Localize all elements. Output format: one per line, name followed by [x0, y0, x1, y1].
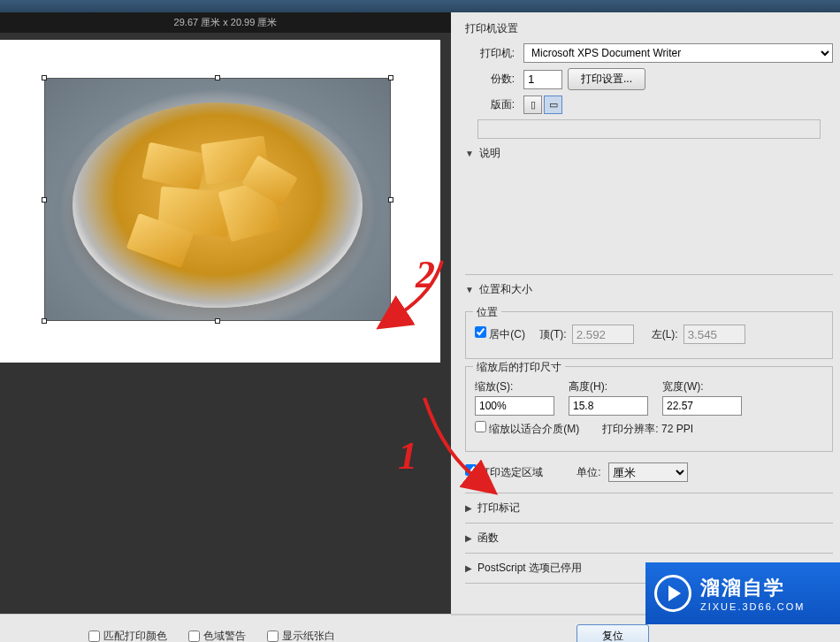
top-label: 顶(T):	[539, 327, 567, 342]
print-preview-canvas[interactable]	[0, 40, 440, 363]
reset-button[interactable]: 复位	[577, 624, 649, 642]
chevron-right-icon	[465, 563, 472, 573]
annotation-number-1: 1	[398, 433, 417, 478]
logo-main-text: 溜溜自学	[700, 575, 805, 601]
match-colors-checkbox[interactable]	[88, 631, 100, 642]
description-area	[465, 168, 833, 274]
orientation-group: ▯ ▭	[523, 96, 562, 114]
match-colors-label[interactable]: 匹配打印颜色	[88, 629, 167, 643]
resize-handle[interactable]	[388, 318, 393, 324]
preview-image	[45, 79, 390, 320]
left-input	[683, 325, 745, 344]
fit-media-label[interactable]: 缩放以适合介质(M)	[475, 421, 579, 437]
show-paper-white-checkbox[interactable]	[267, 631, 279, 642]
print-marks-label: 打印标记	[477, 501, 520, 516]
fit-media-checkbox[interactable]	[475, 421, 486, 432]
logo-sub-text: ZIXUE.3D66.COM	[700, 601, 805, 612]
functions-row[interactable]: 函数	[465, 523, 833, 553]
top-input	[572, 325, 634, 344]
width-label: 宽度(W):	[662, 379, 742, 394]
resize-handle[interactable]	[42, 318, 47, 324]
chevron-down-icon	[465, 149, 474, 158]
print-resolution-label: 打印分辨率: 72 PPI	[602, 422, 693, 437]
layout-label: 版面:	[465, 97, 518, 112]
functions-label: 函数	[477, 531, 499, 546]
left-label: 左(L):	[652, 327, 678, 342]
center-checkbox[interactable]	[475, 326, 486, 338]
show-paper-white-label[interactable]: 显示纸张白	[267, 629, 335, 643]
resize-handle[interactable]	[388, 197, 393, 203]
scaled-size-fieldset: 缩放后的打印尺寸 缩放(S): 高度(H): 宽度(W): 缩放	[465, 366, 833, 452]
canvas-dimensions-label: 29.67 厘米 x 20.99 厘米	[0, 12, 451, 33]
print-marks-row[interactable]: 打印标记	[465, 493, 833, 523]
height-input[interactable]	[569, 396, 648, 416]
width-input[interactable]	[662, 396, 742, 416]
resize-handle[interactable]	[42, 197, 47, 203]
position-legend: 位置	[473, 305, 501, 320]
center-checkbox-label[interactable]: 居中(C)	[475, 326, 525, 342]
resize-handle[interactable]	[215, 318, 220, 324]
annotation-number-2: 2	[416, 252, 435, 297]
position-fieldset: 位置 居中(C) 顶(T): 左(L):	[465, 311, 833, 359]
settings-pane: 打印机设置 打印机: Microsoft XPS Document Writer…	[451, 12, 840, 614]
print-setup-button[interactable]: 打印设置...	[568, 68, 645, 90]
chevron-right-icon	[465, 533, 472, 543]
copies-label: 份数:	[465, 72, 518, 87]
preview-pane: 29.67 厘米 x 20.99 厘米	[0, 12, 451, 614]
units-label: 单位:	[577, 465, 600, 480]
selection-frame[interactable]	[44, 78, 391, 321]
gamut-warning-label[interactable]: 色域警告	[188, 629, 246, 643]
color-management-box[interactable]	[477, 119, 821, 139]
position-size-label: 位置和大小	[479, 282, 532, 297]
scale-label: 缩放(S):	[475, 379, 554, 394]
printer-label: 打印机:	[465, 46, 518, 61]
preview-background	[0, 363, 451, 592]
printer-select[interactable]: Microsoft XPS Document Writer	[523, 43, 833, 63]
position-size-header-row[interactable]: 位置和大小	[465, 274, 833, 304]
height-label: 高度(H):	[569, 379, 648, 394]
scale-input[interactable]	[475, 396, 554, 416]
chevron-down-icon	[465, 285, 474, 294]
resize-handle[interactable]	[42, 75, 47, 80]
landscape-icon[interactable]: ▭	[544, 96, 562, 114]
copies-input[interactable]	[523, 70, 562, 89]
printer-settings-header: 打印机设置	[465, 21, 833, 36]
postscript-label: PostScript 选项已停用	[477, 561, 582, 576]
portrait-icon[interactable]: ▯	[523, 96, 542, 114]
description-header-row[interactable]: 说明	[465, 139, 833, 168]
resize-handle[interactable]	[215, 75, 220, 80]
resize-handle[interactable]	[388, 75, 393, 80]
print-selected-checkbox[interactable]	[465, 464, 477, 476]
gamut-warning-checkbox[interactable]	[188, 631, 200, 642]
scaled-size-legend: 缩放后的打印尺寸	[473, 360, 565, 375]
print-selected-label[interactable]: 打印选定区域	[465, 464, 543, 480]
chevron-right-icon	[465, 503, 472, 513]
units-select[interactable]: 厘米	[608, 462, 688, 482]
watermark-logo: 溜溜自学 ZIXUE.3D66.COM	[645, 562, 840, 624]
window-titlebar	[0, 0, 840, 12]
description-label: 说明	[479, 146, 500, 161]
play-icon	[654, 575, 691, 612]
